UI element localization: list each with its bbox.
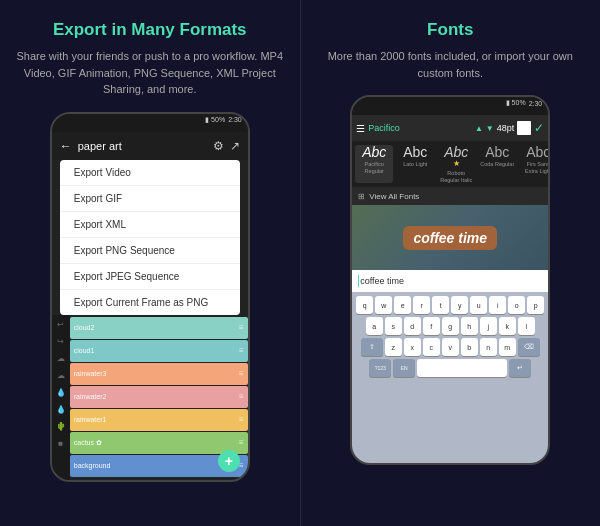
key-num[interactable]: ?123 xyxy=(369,359,391,377)
key-backspace[interactable]: ⌫ xyxy=(518,338,540,356)
key-q[interactable]: q xyxy=(356,296,373,314)
back-arrow-icon[interactable]: ← xyxy=(60,139,72,153)
key-b[interactable]: b xyxy=(461,338,478,356)
font-abc-pacifico: Abc xyxy=(362,145,386,159)
status-bar-right: ▮ 50% 2:30 xyxy=(500,99,549,107)
font-toolbar: ☰ Pacifico ▲ ▼ 48pt ✓ xyxy=(352,115,548,141)
drop-icon[interactable]: 💧 xyxy=(55,387,67,399)
layer-rainwater2[interactable]: rainwater2 ≡ xyxy=(70,386,248,408)
key-i[interactable]: i xyxy=(489,296,506,314)
left-desc: Share with your friends or push to a pro… xyxy=(15,48,285,98)
export-current-frame[interactable]: Export Current Frame as PNG xyxy=(60,290,240,315)
time-right: 2:30 xyxy=(529,100,543,107)
font-abc-coda: Abc xyxy=(485,145,509,159)
font-samples-row: Abc PacificoRegular Abc Lato Light Abc ★… xyxy=(352,141,548,187)
key-s[interactable]: s xyxy=(385,317,402,335)
key-o[interactable]: o xyxy=(508,296,525,314)
key-f[interactable]: f xyxy=(423,317,440,335)
right-panel: Fonts More than 2000 fonts included, or … xyxy=(301,0,601,526)
key-shift[interactable]: ⇧ xyxy=(361,338,383,356)
font-label-pacifico: PacificoRegular xyxy=(365,161,384,174)
view-all-fonts-bar[interactable]: ⊞ View All Fonts xyxy=(352,187,548,205)
text-input-value: coffee time xyxy=(360,276,404,286)
key-enter[interactable]: ↵ xyxy=(509,359,531,377)
drop2-icon[interactable]: 💧 xyxy=(55,404,67,416)
left-panel: Export in Many Formats Share with your f… xyxy=(0,0,300,526)
key-d[interactable]: d xyxy=(404,317,421,335)
key-a[interactable]: a xyxy=(366,317,383,335)
cursor-bar xyxy=(358,275,359,287)
export-gif[interactable]: Export GIF xyxy=(60,186,240,212)
square-icon[interactable]: ■ xyxy=(55,438,67,450)
key-y[interactable]: y xyxy=(451,296,468,314)
key-space[interactable] xyxy=(417,359,507,377)
confirm-icon[interactable]: ✓ xyxy=(534,121,544,135)
grid-icon: ⊞ xyxy=(358,192,365,201)
battery-left: ▮ 50% xyxy=(205,116,225,124)
layer-cactus[interactable]: cactus ✿ ≡ xyxy=(70,432,248,454)
key-c[interactable]: c xyxy=(423,338,440,356)
time-left: 2:30 xyxy=(228,116,242,123)
view-all-fonts-label: View All Fonts xyxy=(369,192,419,201)
layer-rainwater3[interactable]: rainwater3 ≡ xyxy=(70,363,248,385)
key-row-2: a s d f g h j k l xyxy=(354,317,546,335)
export-png-sequence[interactable]: Export PNG Sequence xyxy=(60,238,240,264)
chevron-down-icon[interactable]: ▼ xyxy=(486,124,494,133)
key-t[interactable]: t xyxy=(432,296,449,314)
phone-right: ▮ 50% 2:30 ☰ Pacifico ▲ ▼ 48pt ✓ Abc Pac… xyxy=(350,95,550,465)
timeline-area: ↩ ↪ ☁ ☁ 💧 💧 🌵 ■ cloud2 ≡ cloud1 ≡ xyxy=(52,315,248,480)
key-w[interactable]: w xyxy=(375,296,392,314)
fab-add-button[interactable]: + xyxy=(218,450,240,472)
key-lang[interactable]: EN xyxy=(393,359,415,377)
font-sample-coda[interactable]: Abc Coda Regular xyxy=(478,145,516,183)
key-r[interactable]: r xyxy=(413,296,430,314)
chevron-up-icon[interactable]: ▲ xyxy=(475,124,483,133)
font-sample-firs[interactable]: Abc Firs SansExtra Light xyxy=(519,145,548,183)
key-x[interactable]: x xyxy=(404,338,421,356)
key-u[interactable]: u xyxy=(470,296,487,314)
layer-cloud1[interactable]: cloud1 ≡ xyxy=(70,340,248,362)
export-xml[interactable]: Export XML xyxy=(60,212,240,238)
font-sample-pacifico[interactable]: Abc PacificoRegular xyxy=(355,145,393,183)
phone-left: ▮ 50% 2:30 ← paper art ⚙ ↗ Export Video … xyxy=(50,112,250,482)
key-z[interactable]: z xyxy=(385,338,402,356)
font-size-button[interactable]: 48pt xyxy=(497,123,515,133)
text-input-area[interactable]: coffee time xyxy=(352,270,548,292)
left-title: Export in Many Formats xyxy=(53,20,247,40)
redo-icon[interactable]: ↪ xyxy=(55,336,67,348)
layer-cloud2[interactable]: cloud2 ≡ xyxy=(70,317,248,339)
key-row-3: ⇧ z x c v b n m ⌫ xyxy=(354,338,546,356)
key-n[interactable]: n xyxy=(480,338,497,356)
key-v[interactable]: v xyxy=(442,338,459,356)
key-h[interactable]: h xyxy=(461,317,478,335)
font-abc-lato: Abc xyxy=(403,145,427,159)
font-sample-roboto[interactable]: Abc ★ RobotoRegular Italic xyxy=(437,145,475,183)
key-p[interactable]: p xyxy=(527,296,544,314)
settings-icon[interactable]: ⚙ xyxy=(213,139,224,153)
font-sample-lato[interactable]: Abc Lato Light xyxy=(396,145,434,183)
phone-notch-right: ▮ 50% 2:30 xyxy=(352,97,548,115)
star-icon: ★ xyxy=(453,159,460,168)
undo-icon[interactable]: ↩ xyxy=(55,319,67,331)
font-name-button[interactable]: Pacifico xyxy=(368,123,472,133)
header-title: paper art xyxy=(78,140,207,152)
export-video[interactable]: Export Video xyxy=(60,160,240,186)
key-g[interactable]: g xyxy=(442,317,459,335)
key-e[interactable]: e xyxy=(394,296,411,314)
tool-sidebar: ↩ ↪ ☁ ☁ 💧 💧 🌵 ■ xyxy=(52,315,70,480)
export-jpeg-sequence[interactable]: Export JPEG Sequence xyxy=(60,264,240,290)
key-l[interactable]: l xyxy=(518,317,535,335)
cloud-icon[interactable]: ☁ xyxy=(55,353,67,365)
share-icon[interactable]: ↗ xyxy=(230,139,240,153)
key-j[interactable]: j xyxy=(480,317,497,335)
phone-notch-left: ▮ 50% 2:30 xyxy=(52,114,248,132)
right-title: Fonts xyxy=(427,20,473,40)
cloud2-icon[interactable]: ☁ xyxy=(55,370,67,382)
key-k[interactable]: k xyxy=(499,317,516,335)
menu-icon[interactable]: ☰ xyxy=(356,123,365,134)
layer-rainwater1[interactable]: rainwater1 ≡ xyxy=(70,409,248,431)
font-color-square[interactable] xyxy=(517,121,531,135)
key-m[interactable]: m xyxy=(499,338,516,356)
font-abc-roboto: Abc xyxy=(444,145,468,159)
cactus-icon[interactable]: 🌵 xyxy=(55,421,67,433)
